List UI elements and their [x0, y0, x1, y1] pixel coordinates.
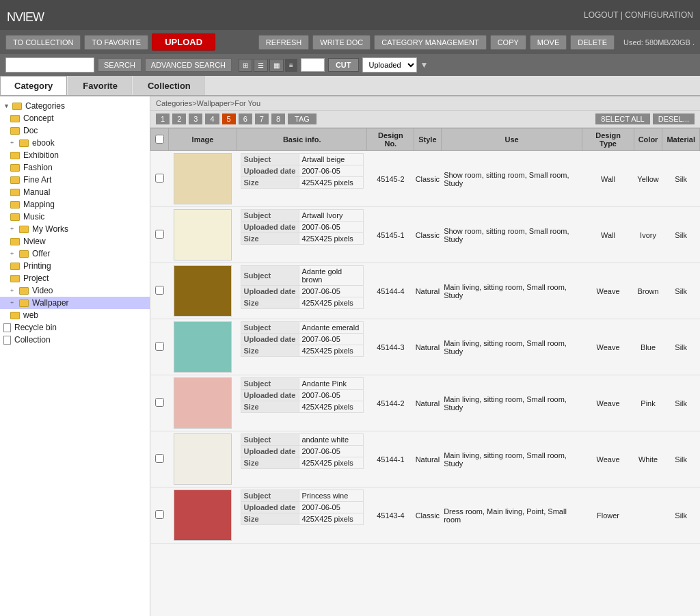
row-checkbox-cell [151, 151, 169, 207]
page-2-button[interactable]: 2 [172, 113, 186, 124]
sidebar-item-recycle-bin[interactable]: Recycle bin [0, 321, 150, 334]
copy-button[interactable]: COPY [490, 35, 526, 50]
row-checkbox-6[interactable] [155, 510, 164, 519]
sidebar-item-offer[interactable]: + Offer [0, 247, 150, 260]
tab-category[interactable]: Category [0, 76, 67, 95]
row-basic-info-cell: SubjectAndante Pink Uploaded date2007-06… [237, 375, 367, 431]
row-image-cell[interactable] [169, 263, 237, 319]
list-view-icon[interactable]: ☰ [254, 59, 268, 72]
grid-view-icon[interactable]: ⊞ [239, 59, 252, 72]
page-7-button[interactable]: 7 [255, 113, 269, 124]
subject-label: Subject [241, 434, 299, 446]
page-6-button[interactable]: 6 [239, 113, 252, 124]
row-checkbox-cell [151, 319, 169, 375]
row-image-cell[interactable] [169, 151, 237, 207]
delete-button[interactable]: DELETE [570, 35, 615, 50]
folder-icon [19, 250, 29, 258]
refresh-button[interactable]: REFRESH [258, 35, 310, 50]
subject-value: andante white [299, 434, 363, 446]
sidebar-item-concept[interactable]: Concept [0, 112, 150, 124]
sidebar-item-music[interactable]: Music [0, 211, 150, 223]
sidebar-item-ebook[interactable]: + ebook [0, 137, 150, 149]
sidebar-item-video[interactable]: + Video [0, 284, 150, 297]
subject-label: Subject [241, 266, 299, 286]
search-button[interactable]: SEARCH [98, 58, 142, 72]
row-image-cell[interactable] [169, 319, 237, 375]
row-checkbox-3[interactable] [155, 342, 164, 351]
row-style: Classic [414, 151, 441, 207]
row-use: Main living, sitting room, Small room, S… [441, 375, 582, 431]
row-design-no: 45145-2 [367, 151, 414, 207]
per-page-input[interactable]: 12 [301, 58, 325, 72]
sidebar-item-project[interactable]: Project [0, 272, 150, 284]
detail-view-icon[interactable]: ▦ [269, 59, 284, 72]
select-all-checkbox[interactable] [155, 135, 164, 144]
page-8-button[interactable]: 8 [271, 113, 285, 124]
table-header-row: Image Basic info. Design No. Style Use D… [151, 129, 700, 151]
sidebar-item-my-works[interactable]: + My Works [0, 223, 150, 235]
row-image-cell[interactable] [169, 207, 237, 263]
row-image-cell[interactable] [169, 431, 237, 487]
sidebar-item-fashion[interactable]: Fashion [0, 161, 150, 174]
sidebar-item-fine-art[interactable]: Fine Art [0, 174, 150, 186]
sidebar-item-mapping[interactable]: Mapping [0, 198, 150, 211]
row-image-cell[interactable] [169, 375, 237, 431]
to-collection-button[interactable]: TO COLLECTION [5, 35, 81, 50]
sidebar-item-exhibition[interactable]: Exhibition [0, 149, 150, 161]
upload-button[interactable]: UPLOAD [152, 34, 215, 51]
category-management-button[interactable]: CATEGORY MANAGEMENT [374, 35, 486, 50]
folder-icon [19, 287, 29, 295]
row-design-type: Wall [582, 207, 634, 263]
logout-link[interactable]: LOGOUT | CONFIGURATION [584, 10, 693, 20]
uploaded-date-label: Uploaded date [241, 334, 299, 345]
move-button[interactable]: MOVE [530, 35, 567, 50]
uploaded-date-label: Uploaded date [241, 286, 299, 297]
advanced-search-button[interactable]: ADVANCED SEARCH [145, 58, 232, 72]
row-material: Silk [662, 319, 700, 375]
tag-button[interactable]: TAG [288, 113, 317, 124]
folder-icon [10, 152, 20, 159]
sidebar-item-doc[interactable]: Doc [0, 124, 150, 137]
sidebar-item-categories[interactable]: ▼ Categories [0, 100, 150, 112]
row-style: Natural [414, 319, 441, 375]
recycle-bin-icon [3, 323, 11, 332]
to-favorite-button[interactable]: TO FAVORITE [84, 35, 148, 50]
select-all-button[interactable]: 8ELECT ALL [595, 113, 649, 124]
sidebar-item-web[interactable]: web [0, 309, 150, 321]
row-checkbox-2[interactable] [155, 286, 164, 295]
expand-offer-icon: + [10, 250, 17, 257]
uploaded-select[interactable]: Uploaded [362, 57, 417, 72]
logo-text: VIEW [15, 10, 44, 24]
sidebar-item-manual[interactable]: Manual [0, 186, 150, 198]
row-design-type: Flower [582, 487, 634, 544]
row-material: Silk [662, 431, 700, 487]
sidebar-item-wallpaper[interactable]: + Wallpaper [0, 297, 150, 309]
page-1-button[interactable]: 1 [156, 113, 170, 124]
folder-icon [10, 312, 20, 319]
folder-icon [10, 176, 20, 184]
page-5-button[interactable]: 5 [222, 113, 236, 124]
expand-ebook-icon: + [10, 139, 17, 146]
tab-favorite[interactable]: Favorite [68, 76, 132, 95]
page-4-button[interactable]: 4 [205, 113, 219, 124]
write-doc-button[interactable]: WRITE DOC [312, 35, 371, 50]
sidebar-item-printing[interactable]: Printing [0, 260, 150, 272]
table-view-icon[interactable]: ≡ [285, 59, 297, 72]
deselect-button[interactable]: DESEL... [653, 113, 695, 124]
row-image-cell[interactable] [169, 487, 237, 544]
folder-icon [10, 164, 20, 172]
page-3-button[interactable]: 3 [189, 113, 202, 124]
search-input[interactable] [5, 57, 94, 72]
sidebar-item-label: Printing [23, 261, 51, 271]
sidebar-item-label: Mapping [23, 200, 55, 209]
row-checkbox-5[interactable] [155, 454, 164, 463]
row-checkbox-1[interactable] [155, 230, 164, 239]
subject-value: Andante emerald [299, 322, 363, 334]
sidebar-item-label: Offer [32, 249, 50, 258]
sidebar-item-collection[interactable]: Collection [0, 334, 150, 346]
row-checkbox-0[interactable] [155, 174, 164, 183]
tab-collection[interactable]: Collection [133, 76, 205, 95]
cut-button[interactable]: CUT [328, 58, 359, 72]
sidebar-item-nview[interactable]: Nview [0, 235, 150, 247]
row-checkbox-4[interactable] [155, 398, 164, 407]
